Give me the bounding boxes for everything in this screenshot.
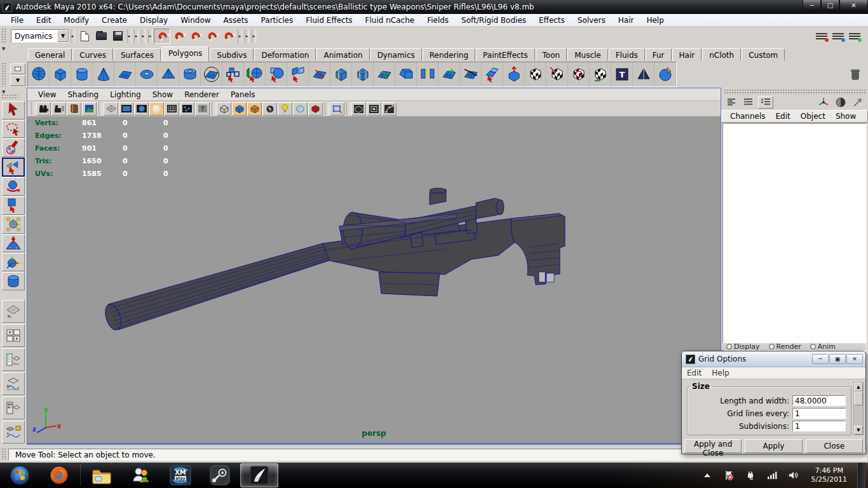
cut-faces-icon[interactable] bbox=[460, 62, 482, 86]
panel-menu-shading[interactable]: Shading bbox=[63, 90, 103, 100]
save-scene-icon[interactable] bbox=[109, 29, 126, 44]
menu-modify[interactable]: Modify bbox=[58, 15, 95, 26]
select-tool[interactable] bbox=[2, 101, 25, 119]
combine-icon[interactable] bbox=[222, 62, 244, 86]
dialog-close-button[interactable]: ✕ bbox=[846, 354, 863, 364]
field-input-length-and-width-[interactable] bbox=[792, 395, 846, 406]
bevel-icon[interactable] bbox=[395, 62, 417, 86]
reduce-icon[interactable] bbox=[266, 62, 287, 86]
shelf-drag-handle[interactable] bbox=[1, 62, 7, 86]
bridge-icon[interactable] bbox=[417, 62, 438, 86]
shelf-tab-fluids[interactable]: Fluids bbox=[609, 48, 645, 61]
use-all-lights-icon[interactable] bbox=[262, 102, 277, 116]
shelf-tab-ncloth[interactable]: nCloth bbox=[702, 48, 741, 61]
extrude-icon[interactable] bbox=[503, 62, 525, 86]
snap-to-object-icon[interactable] bbox=[220, 29, 236, 44]
shelf-tab-painteffects[interactable]: PaintEffects bbox=[476, 48, 534, 61]
statusline-separator[interactable]: ▸ bbox=[148, 29, 153, 43]
toolbox-drag-handle[interactable] bbox=[1, 94, 18, 98]
maximize-button[interactable]: □ bbox=[821, 0, 839, 11]
collapse-statusline-arrow[interactable]: ▼ bbox=[2, 46, 5, 51]
boolean-difference-icon[interactable] bbox=[546, 62, 568, 86]
dialog-title-bar[interactable]: Grid Options ─ ▣ ✕ bbox=[682, 351, 865, 367]
last-tool-used[interactable] bbox=[2, 272, 25, 290]
panel-menu-lighting[interactable]: Lighting bbox=[105, 90, 146, 100]
scroll-up-arrow[interactable]: ▲ bbox=[854, 383, 863, 391]
poly-cylinder-icon[interactable] bbox=[71, 62, 93, 86]
taskbar-app-steam[interactable] bbox=[201, 463, 239, 487]
taskbar-app-msn-messenger[interactable] bbox=[122, 463, 160, 487]
extract-icon[interactable] bbox=[287, 62, 309, 86]
menu-set-selector[interactable]: Dynamics▼ bbox=[11, 29, 69, 43]
dialog-button-apply-and-close[interactable]: Apply and Close bbox=[684, 439, 742, 453]
layer-radio-anim[interactable]: Anim bbox=[810, 343, 836, 350]
menu-solvers[interactable]: Solvers bbox=[572, 15, 611, 26]
offset-edge-loop-icon[interactable] bbox=[352, 62, 374, 86]
action-center-icon[interactable] bbox=[721, 469, 736, 482]
four-view-layout[interactable] bbox=[2, 324, 25, 347]
camera-attributes-icon[interactable] bbox=[51, 102, 66, 116]
open-scene-icon[interactable] bbox=[93, 29, 109, 44]
trash-icon[interactable] bbox=[846, 65, 864, 84]
scroll-down-arrow[interactable]: ▼ bbox=[854, 426, 863, 435]
taskbar-app-xmplay[interactable]: XMplay bbox=[161, 463, 200, 487]
show-hidden-icons-button[interactable] bbox=[700, 469, 715, 482]
image-plane-icon[interactable] bbox=[82, 102, 97, 116]
shelf-tab-rendering[interactable]: Rendering bbox=[423, 48, 475, 61]
statusline-separator[interactable]: ▸ bbox=[141, 29, 146, 43]
soft-modification-tool[interactable] bbox=[2, 234, 25, 253]
channel-box-menu-edit[interactable]: Edit bbox=[771, 111, 795, 121]
dialog-minimize-button[interactable]: ─ bbox=[812, 354, 829, 364]
statusline-separator[interactable]: ▸ bbox=[252, 29, 256, 43]
poly-cube-icon[interactable] bbox=[50, 62, 71, 86]
smooth-shade-icon[interactable] bbox=[119, 102, 133, 116]
menu-edit[interactable]: Edit bbox=[31, 15, 57, 26]
taskbar-clock[interactable]: 7:46 PM 5/25/2011 bbox=[808, 466, 851, 484]
scale-tool[interactable] bbox=[2, 196, 25, 215]
layer-radio-display[interactable]: Display bbox=[726, 343, 760, 350]
manip-contrast-icon[interactable] bbox=[833, 96, 848, 109]
panel-menu-show[interactable]: Show bbox=[148, 90, 177, 100]
layer-radio-render[interactable]: Render bbox=[769, 343, 801, 350]
close-button[interactable]: ✕ bbox=[839, 0, 868, 11]
rotate-tool[interactable] bbox=[2, 177, 25, 196]
shelf-tab-dynamics[interactable]: Dynamics bbox=[370, 48, 422, 61]
minimize-button[interactable]: ─ bbox=[803, 0, 821, 11]
persp-curve-layout[interactable] bbox=[2, 421, 25, 444]
duplicate-face-icon[interactable] bbox=[482, 62, 503, 86]
dialog-button-apply[interactable]: Apply bbox=[745, 439, 802, 453]
dialog-scrollbar[interactable]: ▲ ▼ bbox=[853, 382, 864, 435]
menu-set-dropdown-arrow-icon[interactable]: ▼ bbox=[57, 30, 69, 42]
snap-to-curve-icon[interactable] bbox=[170, 29, 187, 44]
viewport-canvas[interactable]: Verts:86100Edges:173800Faces:90100Tris:1… bbox=[27, 117, 721, 443]
poly-sphere-icon[interactable] bbox=[28, 62, 50, 86]
smooth-icon[interactable] bbox=[244, 62, 266, 86]
plugin-shapes-icon[interactable] bbox=[351, 102, 366, 116]
show-tool-settings-icon[interactable] bbox=[830, 29, 846, 44]
menu-display[interactable]: Display bbox=[134, 15, 173, 26]
panel-menu-renderer[interactable]: Renderer bbox=[180, 90, 224, 100]
snap-to-view-plane-icon[interactable] bbox=[203, 29, 220, 44]
shaded-cube-icon[interactable] bbox=[232, 102, 247, 116]
channel-box-menu-show[interactable]: Show bbox=[831, 111, 860, 121]
network-icon[interactable] bbox=[764, 469, 780, 482]
display-text-icon[interactable]: T bbox=[195, 102, 210, 116]
collapse-shelf-arrow[interactable]: ▼ bbox=[2, 90, 5, 95]
shelf-tab-surfaces[interactable]: Surfaces bbox=[114, 48, 161, 61]
textured-mode-icon[interactable] bbox=[180, 102, 194, 116]
flat-shade-icon[interactable] bbox=[149, 102, 164, 116]
taskbar-app-windows-explorer[interactable] bbox=[83, 463, 121, 487]
channel-sliders-icon[interactable] bbox=[724, 96, 739, 109]
insert-edge-loop-icon[interactable] bbox=[330, 62, 352, 86]
shelf-menu-button[interactable]: ▼ bbox=[10, 75, 25, 86]
move-tool[interactable] bbox=[2, 158, 25, 177]
menu-file[interactable]: File bbox=[5, 15, 29, 26]
persp-graph-layout[interactable] bbox=[2, 372, 25, 395]
volume-icon[interactable] bbox=[786, 469, 801, 482]
lights-icon[interactable] bbox=[278, 102, 292, 116]
show-manipulator-tool[interactable] bbox=[2, 253, 25, 271]
channel-box-drag-handle[interactable] bbox=[724, 89, 865, 93]
dialog-menu-edit[interactable]: Edit bbox=[687, 369, 702, 377]
show-attribute-editor-icon[interactable] bbox=[813, 29, 830, 44]
scroll-thumb[interactable] bbox=[854, 391, 863, 405]
